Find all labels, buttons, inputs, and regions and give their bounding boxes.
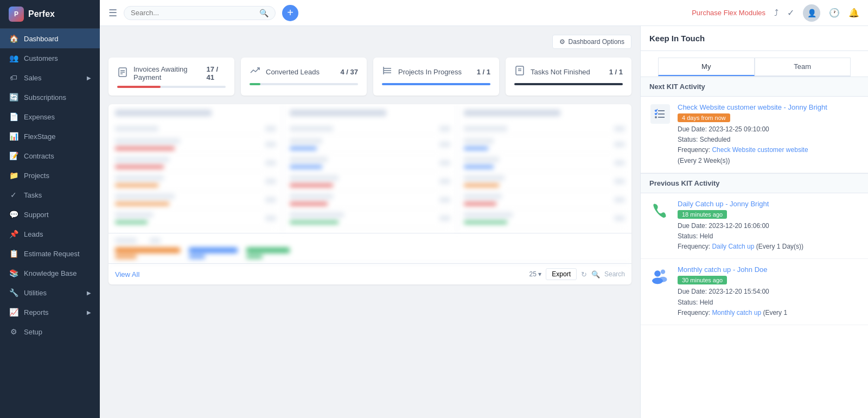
kit-prev-activity-1-content: Daily Catch up - Jonny Bright 18 minutes… <box>678 200 859 252</box>
logo-area: P Perfex <box>0 0 100 29</box>
sidebar-item-knowledge-base[interactable]: 📚 Knowledge Base <box>0 263 100 283</box>
kit-next-freq-link[interactable]: Check Website customer website <box>712 146 808 154</box>
invoices-stat-icon <box>117 67 128 80</box>
stat-bar-leads <box>250 83 358 85</box>
stat-card-leads: Converted Leads 4 / 37 <box>241 58 367 96</box>
sidebar-item-customers[interactable]: 👥 Customers <box>0 48 100 68</box>
search-bar: 🔍 <box>124 6 276 20</box>
team-icon <box>649 265 671 287</box>
search-input[interactable] <box>131 9 256 17</box>
reports-icon: 📈 <box>9 308 18 316</box>
sidebar-item-label: Sales <box>24 74 81 82</box>
estimate-request-icon: 📋 <box>9 249 18 258</box>
leads-icon: 📌 <box>9 230 18 238</box>
stat-card-projects: Projects In Progress 1 / 1 <box>373 58 499 96</box>
kit-prev-activity-1-title[interactable]: Daily Catch up - Jonny Bright <box>678 200 859 208</box>
kit-prev-activity-2-title[interactable]: Monthly catch up - John Doe <box>678 265 859 274</box>
sidebar-item-label: FlexStage <box>24 132 91 141</box>
stat-card-tasks: Tasks Not Finished 1 / 1 <box>506 58 631 96</box>
sidebar-item-contracts[interactable]: 📝 Contracts <box>0 146 100 166</box>
sidebar-item-dashboard[interactable]: 🏠 Dashboard <box>0 29 100 48</box>
sidebar-item-label: Leads <box>24 230 91 238</box>
stat-label-leads: Converted Leads <box>266 68 320 76</box>
svg-point-18 <box>654 270 661 277</box>
sidebar-item-flexstage[interactable]: 📊 FlexStage <box>0 126 100 146</box>
setup-icon: ⚙ <box>9 327 18 336</box>
expenses-icon: 📄 <box>9 112 18 121</box>
projects-icon: 📁 <box>9 171 18 180</box>
stat-bar-invoices <box>117 86 226 88</box>
check-icon[interactable]: ✓ <box>787 8 794 18</box>
sidebar-item-reports[interactable]: 📈 Reports ▶ <box>0 302 100 322</box>
kit-next-activity-content: Check Website customer website - Jonny B… <box>678 103 859 166</box>
sidebar-item-label: Contracts <box>24 152 91 160</box>
sidebar-item-expenses[interactable]: 📄 Expenses <box>0 107 100 126</box>
sidebar-item-estimate-request[interactable]: 📋 Estimate Request <box>0 244 100 263</box>
kit-tabs: My Team <box>658 58 851 77</box>
menu-toggle-button[interactable]: ☰ <box>108 7 117 19</box>
expand-arrow-icon: ▶ <box>87 75 91 81</box>
kit-prev-activity-2-content: Monthly catch up - John Doe 30 minutes a… <box>678 265 859 318</box>
logo-text: Perfex <box>28 9 55 19</box>
sidebar-nav: 🏠 Dashboard 👥 Customers 🏷 Sales ▶ 🔄 Subs… <box>0 29 100 341</box>
stat-label-projects: Projects In Progress <box>398 68 462 76</box>
sidebar-item-label: Tasks <box>24 191 91 199</box>
kit-prev-meta-2: Due Date: 2023-12-20 15:54:00 Status: He… <box>678 287 859 318</box>
kit-panel: Keep In Touch My Team Next KIT Activity <box>640 26 868 418</box>
purchase-flex-link[interactable]: Purchase Flex Modules <box>692 9 765 17</box>
main-area: ☰ 🔍 + Purchase Flex Modules ⤴ ✓ 👤 🕐 🔔 ⚙ … <box>100 0 868 418</box>
share-icon[interactable]: ⤴ <box>774 8 778 18</box>
dashboard-options-button[interactable]: ⚙ Dashboard Options <box>552 35 631 49</box>
sidebar-item-projects[interactable]: 📁 Projects <box>0 166 100 185</box>
avatar[interactable]: 👤 <box>803 4 820 22</box>
export-button[interactable]: Export <box>546 268 577 280</box>
customers-icon: 👥 <box>9 54 18 62</box>
sidebar-item-utilities[interactable]: 🔧 Utilities ▶ <box>0 283 100 302</box>
sidebar-item-setup[interactable]: ⚙ Setup <box>0 322 100 341</box>
bell-icon[interactable]: 🔔 <box>848 8 859 18</box>
kit-title: Keep In Touch <box>641 26 868 51</box>
stat-value-tasks: 1 / 1 <box>609 68 623 76</box>
sidebar-item-support[interactable]: 💬 Support <box>0 205 100 224</box>
expand-arrow-icon: ▶ <box>87 309 91 315</box>
stat-label-tasks: Tasks Not Finished <box>531 68 590 76</box>
kit-tab-my[interactable]: My <box>658 58 755 76</box>
sidebar-item-subscriptions[interactable]: 🔄 Subscriptions <box>0 87 100 107</box>
clock-icon[interactable]: 🕐 <box>829 8 840 18</box>
dashboard-area: ⚙ Dashboard Options Invoices Awaiting Pa… <box>100 26 640 418</box>
kit-prev-activity-1: Daily Catch up - Jonny Bright 18 minutes… <box>641 193 868 259</box>
kit-next-meta: Due Date: 2023-12-25 09:10:00 Status: Sc… <box>678 124 859 166</box>
sidebar-item-label: Reports <box>24 308 81 316</box>
knowledge-base-icon: 📚 <box>9 269 18 277</box>
stat-card-invoices: Invoices Awaiting Payment 17 / 41 <box>108 58 234 96</box>
sales-icon: 🏷 <box>9 73 18 82</box>
kit-next-badge: 4 days from now <box>678 113 730 122</box>
svg-point-19 <box>661 270 665 274</box>
sidebar-item-tasks[interactable]: ✓ Tasks <box>0 185 100 205</box>
sidebar-item-label: Support <box>24 211 91 219</box>
sidebar-item-leads[interactable]: 📌 Leads <box>0 224 100 244</box>
sidebar-item-sales[interactable]: 🏷 Sales ▶ <box>0 68 100 87</box>
tasks-icon: ✓ <box>9 191 18 199</box>
flexstage-icon: 📊 <box>9 132 18 141</box>
sidebar-item-label: Subscriptions <box>24 93 91 102</box>
dashboard-icon: 🏠 <box>9 34 18 43</box>
checklist-icon <box>649 103 671 125</box>
kit-tab-team[interactable]: Team <box>755 58 851 76</box>
kit-prev-badge-2: 30 minutes ago <box>678 276 727 284</box>
kit-next-activity-1: Check Website customer website - Jonny B… <box>641 97 868 173</box>
expand-arrow-icon: ▶ <box>87 290 91 296</box>
kit-next-activity-title[interactable]: Check Website customer website - Jonny B… <box>678 103 859 111</box>
kit-prev-meta-1: Due Date: 2023-12-20 16:06:00 Status: He… <box>678 221 859 252</box>
table-footer: View All 25 ▾ Export ↻ 🔍 Search <box>108 263 631 284</box>
refresh-icon[interactable]: ↻ <box>581 270 587 278</box>
sidebar-item-label: Dashboard <box>24 35 91 43</box>
add-button[interactable]: + <box>282 5 298 21</box>
kit-prev-freq-link-2[interactable]: Monthly catch up <box>712 309 761 316</box>
sidebar-item-label: Utilities <box>24 289 81 297</box>
stat-bar-tasks <box>514 83 623 85</box>
sidebar-item-label: Projects <box>24 172 91 180</box>
kit-prev-freq-link-1[interactable]: Daily Catch up <box>712 243 754 250</box>
view-all-link[interactable]: View All <box>115 270 139 278</box>
stat-value-invoices: 17 / 41 <box>207 65 226 81</box>
